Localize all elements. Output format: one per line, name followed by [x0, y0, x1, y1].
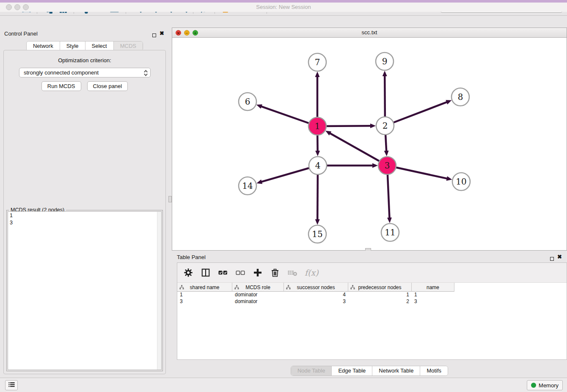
table-tab-network-table[interactable]: Network Table: [372, 366, 420, 375]
table-cell: 1: [177, 292, 232, 298]
mcds-result-group: MCDS result (2 nodes) 13: [6, 210, 163, 371]
tab-network[interactable]: Network: [27, 41, 60, 51]
table-toolbar: f(x): [177, 263, 567, 283]
table-rows: 1dominator4113dominator323: [177, 292, 567, 305]
svg-text:9: 9: [382, 56, 388, 66]
float-panel-icon[interactable]: [152, 31, 156, 39]
mcds-panel: Optimization criterion: strongly connect…: [3, 50, 166, 374]
maximize-view-icon[interactable]: +: [193, 30, 198, 36]
graph-node-11[interactable]: 11: [381, 224, 399, 241]
criterion-select[interactable]: strongly connected component: [19, 68, 151, 77]
table-cell: 1: [412, 292, 454, 298]
svg-text:7: 7: [315, 57, 320, 67]
run-mcds-button[interactable]: Run MCDS: [41, 81, 81, 91]
minimize-view-icon[interactable]: −: [184, 30, 190, 36]
graph-node-9[interactable]: 9: [376, 52, 394, 70]
table-cell: dominator: [232, 298, 284, 305]
memory-label: Memory: [539, 382, 559, 389]
control-panel-title: Control Panel: [4, 30, 38, 37]
column-header-predecessor-nodes[interactable]: predecessor nodes: [348, 283, 412, 292]
svg-text:11: 11: [385, 227, 395, 237]
graph-node-15[interactable]: 15: [308, 225, 326, 243]
delete-row-icon[interactable]: [270, 268, 280, 278]
table-cell: 3: [412, 298, 454, 305]
window-title: Session: New Session: [0, 3, 567, 12]
graph-node-1[interactable]: 1: [308, 117, 326, 135]
hierarchy-icon: [286, 285, 291, 291]
svg-text:8: 8: [458, 92, 463, 102]
tab-mcds[interactable]: MCDS: [113, 41, 143, 51]
close-panel-icon[interactable]: ✖: [160, 31, 164, 36]
titlebar: Session: New Session: [0, 3, 567, 12]
close-panel-button[interactable]: Close panel: [87, 81, 128, 91]
result-line: 3: [10, 219, 160, 226]
svg-text:1: 1: [315, 121, 320, 131]
table-cell: 1: [348, 292, 412, 298]
delete-table-icon: [287, 268, 297, 278]
table-cell: 2: [348, 298, 412, 305]
edge-1-6[interactable]: [256, 104, 317, 126]
graph-node-3[interactable]: 3: [378, 157, 396, 174]
mcds-result-text[interactable]: 13: [8, 211, 162, 370]
function-builder-icon[interactable]: f(x): [305, 268, 319, 277]
graph-node-4[interactable]: 4: [309, 157, 327, 174]
column-header-MCDS-role[interactable]: MCDS role: [232, 283, 284, 292]
edge-3-1[interactable]: [325, 131, 387, 166]
graph-node-2[interactable]: 2: [376, 117, 394, 135]
svg-text:15: 15: [312, 229, 322, 239]
network-window-titlebar[interactable]: ✕ − + scc.txt: [172, 28, 567, 38]
column-header-shared-name[interactable]: shared name: [177, 283, 232, 292]
minimize-window-icon[interactable]: [14, 4, 20, 10]
svg-text:10: 10: [456, 177, 466, 187]
settings-gear-icon[interactable]: [183, 268, 193, 278]
edge-2-8[interactable]: [385, 100, 451, 126]
hierarchy-icon: [179, 285, 184, 291]
table-tab-edge-table[interactable]: Edge Table: [331, 366, 372, 375]
table-panel: Table Panel ✖ f(x) shared nameMCDS roles…: [172, 251, 567, 378]
network-view-title: scc.txt: [172, 28, 567, 37]
control-panel: Control Panel ✖ NetworkStyleSelectMCDS O…: [0, 28, 169, 378]
svg-text:3: 3: [385, 160, 390, 171]
graph-node-8[interactable]: 8: [451, 88, 469, 106]
column-layout-icon[interactable]: [201, 268, 211, 278]
result-line: 1: [10, 212, 160, 219]
graph-node-7[interactable]: 7: [308, 53, 326, 71]
graph-node-6[interactable]: 6: [239, 93, 256, 110]
graph-node-10[interactable]: 10: [452, 173, 470, 190]
close-view-icon[interactable]: ✕: [176, 30, 181, 36]
hierarchy-icon: [234, 285, 239, 291]
network-window: ✕ − + scc.txt 7968124314101511: [172, 28, 567, 251]
table-tab-node-table[interactable]: Node Table: [291, 366, 332, 375]
table-cell: 3: [284, 298, 348, 305]
close-table-panel-icon[interactable]: ✖: [557, 254, 562, 259]
network-canvas[interactable]: 7968124314101511: [172, 38, 567, 250]
edge-3-10[interactable]: [387, 166, 452, 181]
close-window-icon[interactable]: [6, 4, 12, 10]
tab-style[interactable]: Style: [60, 41, 85, 51]
result-scrollbar[interactable]: [157, 212, 161, 370]
select-stepper-icon: [143, 69, 149, 78]
table-header-row: shared nameMCDS rolesuccessor nodesprede…: [177, 283, 454, 292]
criterion-value: strongly connected component: [24, 69, 99, 76]
table-row[interactable]: 3dominator323: [177, 298, 567, 305]
tab-select[interactable]: Select: [85, 41, 113, 51]
column-header-name[interactable]: name: [412, 283, 454, 292]
list-menu-icon: [8, 381, 16, 390]
memory-status-icon: [531, 383, 536, 388]
deselect-all-icon[interactable]: [235, 268, 245, 278]
optimization-criterion-label: Optimization criterion:: [4, 57, 165, 63]
memory-button[interactable]: Memory: [527, 380, 563, 390]
svg-text:4: 4: [315, 160, 321, 171]
select-all-icon[interactable]: [218, 268, 228, 278]
hierarchy-icon: [350, 285, 355, 291]
float-table-panel-icon[interactable]: [550, 255, 554, 262]
table-tab-motifs[interactable]: Motifs: [420, 366, 448, 375]
edge-4-14[interactable]: [256, 166, 318, 184]
splitter-grip[interactable]: [168, 196, 172, 202]
add-row-icon[interactable]: [253, 268, 263, 278]
graph-node-14[interactable]: 14: [239, 177, 256, 195]
table-row[interactable]: 1dominator411: [177, 292, 567, 298]
column-header-successor-nodes[interactable]: successor nodes: [284, 283, 348, 292]
status-menu-button[interactable]: [5, 380, 18, 390]
zoom-window-icon[interactable]: [23, 4, 29, 10]
